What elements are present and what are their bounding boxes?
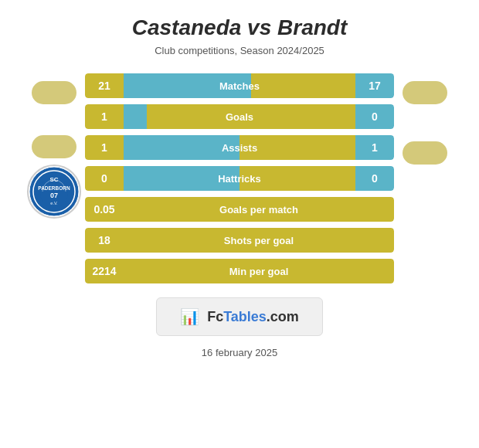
page-title: Castaneda vs Brandt [132, 15, 348, 40]
stat-label-goals-per-match: Goals per match [219, 204, 298, 216]
stat-left-val-hattricks: 0 [85, 166, 124, 191]
stat-left-val-min-per-goal: 2214 [85, 259, 124, 283]
club-logo: SC PADERBORN 07 e.V. [27, 165, 81, 219]
stat-left-val-shots-per-goal: 18 [85, 228, 124, 253]
svg-text:e.V.: e.V. [50, 201, 58, 205]
stat-right-val-hattricks: 0 [355, 166, 394, 191]
fctables-banner: 📊 FcTables.com [156, 297, 323, 336]
date-label: 16 february 2025 [202, 347, 277, 358]
stat-right-val-matches: 17 [355, 73, 394, 98]
left-deco-pill-1 [32, 81, 76, 104]
svg-text:SC: SC [49, 176, 58, 183]
stat-row-shots-per-goal: 18Shots per goal [85, 228, 394, 253]
subtitle: Club competitions, Season 2024/2025 [155, 45, 324, 56]
stat-label-area-goals: Goals [124, 104, 355, 129]
right-logo-area [394, 73, 456, 165]
stat-label-goals: Goals [226, 111, 253, 123]
stat-row-hattricks: 0Hattricks0 [85, 166, 394, 191]
stat-left-val-matches: 21 [85, 73, 124, 98]
stat-label-shots-per-goal: Shots per goal [224, 235, 294, 246]
stat-left-val-goals-per-match: 0.05 [85, 197, 124, 222]
stat-row-min-per-goal: 2214Min per goal [85, 259, 394, 283]
stats-column: 21Matches171Goals01Assists10Hattricks00.… [85, 73, 394, 283]
stat-label-area-assists: Assists [124, 135, 355, 160]
stat-right-val-goals: 0 [355, 104, 394, 129]
stat-label-area-matches: Matches [124, 73, 355, 98]
left-logo-area: SC PADERBORN 07 e.V. [23, 73, 85, 219]
stat-label-hattricks: Hattricks [218, 173, 261, 185]
stat-left-val-goals: 1 [85, 104, 124, 129]
stat-label-area-hattricks: Hattricks [124, 166, 355, 191]
right-deco-pill-1 [403, 81, 447, 104]
stat-right-val-assists: 1 [355, 135, 394, 160]
stat-label-area-shots-per-goal: Shots per goal [124, 228, 394, 253]
fctables-label: FcTables.com [207, 309, 299, 325]
fctables-icon: 📊 [180, 307, 199, 326]
stat-label-area-goals-per-match: Goals per match [124, 197, 394, 222]
stat-row-goals: 1Goals0 [85, 104, 394, 129]
stat-label-matches: Matches [219, 80, 260, 92]
stat-row-goals-per-match: 0.05Goals per match [85, 197, 394, 222]
stat-label-min-per-goal: Min per goal [229, 266, 289, 277]
left-deco-pill-2 [32, 135, 76, 158]
stat-row-matches: 21Matches17 [85, 73, 394, 98]
stat-left-val-assists: 1 [85, 135, 124, 160]
stat-label-assists: Assists [222, 142, 257, 154]
svg-text:07: 07 [50, 192, 58, 199]
right-deco-pill-2 [403, 141, 447, 165]
comparison-section: SC PADERBORN 07 e.V. 21Matches171Goals01… [23, 73, 456, 283]
stat-label-area-min-per-goal: Min per goal [124, 259, 394, 283]
stat-row-assists: 1Assists1 [85, 135, 394, 160]
